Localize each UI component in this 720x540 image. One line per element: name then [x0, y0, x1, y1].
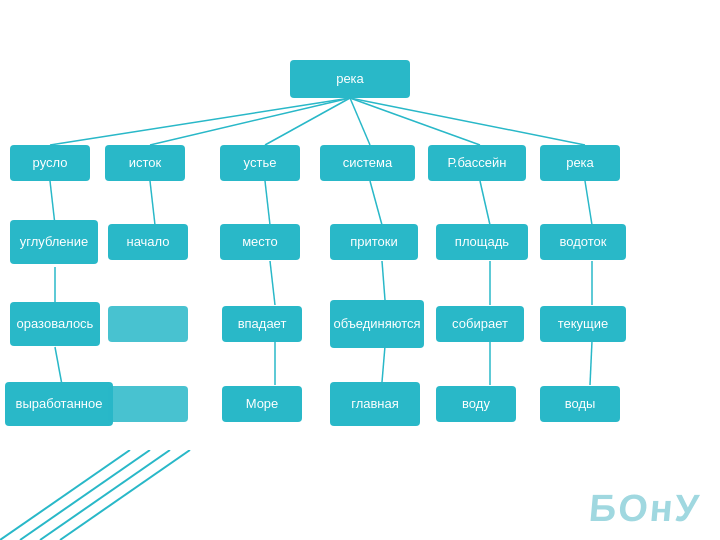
svg-line-2 [265, 98, 350, 145]
node-vodotok: водоток [540, 224, 626, 260]
node-obedinayutsya: объединяются [330, 300, 424, 348]
node-tekushchie: текущие [540, 306, 626, 342]
node-pritoki: притоки [330, 224, 418, 260]
svg-line-11 [585, 181, 592, 225]
svg-line-19 [382, 346, 385, 382]
node-vodu: воду [436, 386, 516, 422]
diagram: река русло исток устье система Р.бассейн… [0, 0, 720, 540]
node-vyrabotannoe: выработанное [5, 382, 113, 426]
svg-line-7 [150, 181, 155, 225]
svg-line-8 [265, 181, 270, 225]
svg-line-0 [50, 98, 350, 145]
watermark: БОнУ [587, 487, 702, 530]
node-uglublenie: углубление [10, 220, 98, 264]
svg-line-10 [480, 181, 490, 225]
node-vody: воды [540, 386, 620, 422]
node-mesto: место [220, 224, 300, 260]
node-istok: исток [105, 145, 185, 181]
node-empty-1 [108, 306, 188, 342]
node-empty-2 [108, 386, 188, 422]
node-rbassein: Р.бассейн [428, 145, 526, 181]
svg-line-5 [350, 98, 585, 145]
svg-line-9 [370, 181, 382, 225]
node-reka-root: река [290, 60, 410, 98]
node-reka2: река [540, 145, 620, 181]
svg-line-24 [40, 450, 170, 540]
svg-line-6 [50, 181, 55, 225]
svg-line-22 [0, 450, 130, 540]
node-nachalo: начало [108, 224, 188, 260]
node-more: Море [222, 386, 302, 422]
svg-line-1 [150, 98, 350, 145]
svg-line-13 [270, 261, 275, 305]
node-ustye: устье [220, 145, 300, 181]
node-sobiraet: собирает [436, 306, 524, 342]
svg-line-14 [382, 261, 385, 300]
node-ruslo: русло [10, 145, 90, 181]
decorative-lines [0, 450, 200, 540]
node-obrazovalos: оразовалось [10, 302, 100, 346]
svg-line-21 [590, 341, 592, 385]
node-ploshchad: площадь [436, 224, 528, 260]
svg-line-17 [55, 347, 62, 385]
svg-line-4 [350, 98, 480, 145]
svg-line-3 [350, 98, 370, 145]
node-glavnaya: главная [330, 382, 420, 426]
node-vpadaet: впадает [222, 306, 302, 342]
node-sistema: система [320, 145, 415, 181]
svg-line-23 [20, 450, 150, 540]
svg-line-25 [60, 450, 190, 540]
